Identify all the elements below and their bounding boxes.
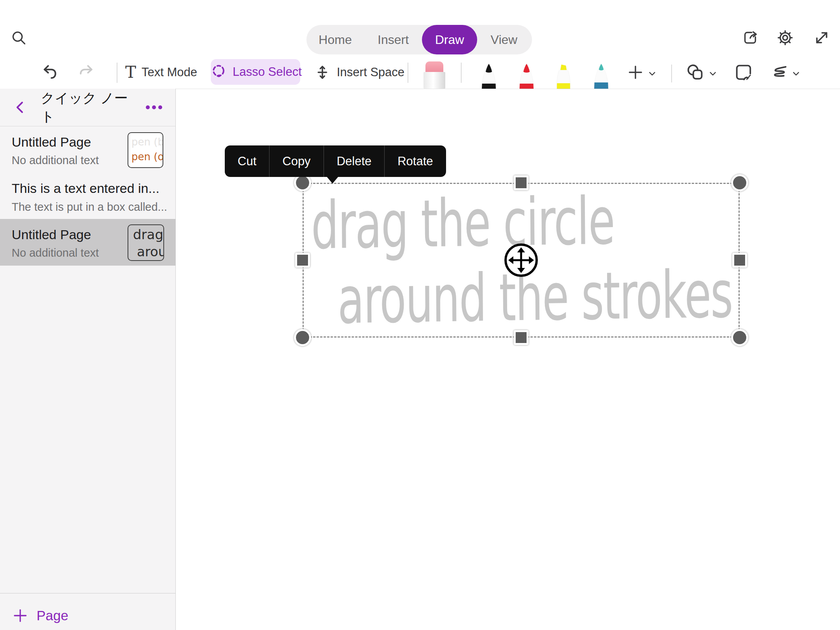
- page-subtitle: The text is put in a box called...: [12, 201, 167, 214]
- context-menu-copy[interactable]: Copy: [269, 145, 323, 177]
- toolbar-divider: [117, 63, 117, 83]
- page-list-item[interactable]: Untitled Page No additional text pen (bl…: [0, 126, 175, 175]
- page-subtitle: No additional text: [12, 154, 99, 167]
- resize-handle-top-right[interactable]: [731, 174, 748, 191]
- tab-draw[interactable]: Draw: [422, 25, 477, 54]
- resize-handle-top[interactable]: [514, 175, 528, 190]
- add-page-label: Page: [37, 608, 68, 623]
- toolbar-divider: [671, 65, 672, 82]
- eraser-body: [424, 72, 445, 89]
- toolbar-divider: [408, 63, 408, 83]
- page-title: Untitled Page: [12, 135, 91, 150]
- page-list-item-selected[interactable]: Untitled Page No additional text drag ar…: [0, 219, 175, 266]
- notebook-title: クイック ノート: [41, 89, 130, 126]
- text-mode-button[interactable]: T Text Mode: [125, 61, 197, 83]
- search-icon[interactable]: [10, 29, 27, 46]
- more-options-icon[interactable]: [144, 102, 164, 113]
- thumbnail-text: drag: [133, 227, 163, 242]
- back-chevron-icon[interactable]: [12, 99, 29, 116]
- red-pen[interactable]: [513, 63, 540, 89]
- ink-note-icon[interactable]: [733, 61, 754, 83]
- yellow-highlighter[interactable]: [550, 63, 577, 89]
- page-list-item[interactable]: This is a text entered in... The text is…: [0, 175, 175, 219]
- text-mode-icon: T: [125, 61, 136, 83]
- plus-icon: [12, 607, 29, 624]
- chevron-down-icon[interactable]: [707, 68, 719, 79]
- context-menu-rotate[interactable]: Rotate: [384, 145, 446, 177]
- black-pen[interactable]: [475, 63, 502, 89]
- add-pen-button[interactable]: [625, 62, 646, 82]
- chevron-down-icon[interactable]: [646, 68, 658, 79]
- scribble-icon[interactable]: [768, 61, 790, 83]
- resize-handle-bottom[interactable]: [514, 330, 528, 345]
- resize-handle-bottom-left[interactable]: [294, 329, 311, 346]
- undo-icon[interactable]: [39, 61, 61, 83]
- page-title: This is a text entered in...: [12, 181, 159, 196]
- thumbnail-text: pen (bl: [131, 136, 163, 148]
- thumbnail-text: arou: [137, 244, 164, 259]
- add-page-button[interactable]: Page: [12, 602, 68, 629]
- chevron-down-icon[interactable]: [790, 68, 802, 79]
- insert-space-icon: [313, 63, 331, 81]
- resize-handle-left[interactable]: [295, 253, 310, 268]
- tab-insert[interactable]: Insert: [374, 25, 413, 54]
- eraser-tool[interactable]: [424, 61, 445, 89]
- redo-icon[interactable]: [75, 61, 97, 83]
- share-icon[interactable]: [742, 29, 760, 47]
- insert-space-label: Insert Space: [337, 65, 404, 79]
- eraser-cap: [425, 61, 443, 73]
- page-thumbnail: drag arou: [128, 224, 164, 261]
- text-mode-label: Text Mode: [142, 65, 197, 79]
- context-menu-arrow: [326, 176, 339, 184]
- context-menu-delete[interactable]: Delete: [324, 145, 385, 177]
- lasso-select-label: Lasso Select: [233, 65, 302, 79]
- resize-handle-bottom-right[interactable]: [731, 329, 748, 346]
- context-menu-cut[interactable]: Cut: [225, 145, 269, 177]
- tab-home[interactable]: Home: [315, 25, 355, 54]
- page-thumbnail: pen (bl pen (ora: [128, 132, 163, 168]
- page-subtitle: No additional text: [12, 247, 99, 259]
- resize-handle-right[interactable]: [732, 253, 747, 268]
- context-menu: Cut Copy Delete Rotate: [225, 145, 446, 177]
- page-title: Untitled Page: [12, 227, 91, 242]
- move-icon[interactable]: [504, 243, 539, 278]
- insert-space-button[interactable]: Insert Space: [313, 61, 404, 83]
- gear-icon[interactable]: [776, 29, 794, 47]
- toolbar-divider: [461, 63, 462, 83]
- tab-view[interactable]: View: [487, 25, 522, 54]
- expand-icon[interactable]: [813, 29, 831, 47]
- shapes-icon[interactable]: [684, 61, 706, 83]
- lasso-select-button[interactable]: Lasso Select: [211, 59, 300, 85]
- teal-pen[interactable]: [588, 63, 615, 89]
- thumbnail-text: pen (ora: [131, 151, 163, 163]
- lasso-icon: [209, 63, 228, 81]
